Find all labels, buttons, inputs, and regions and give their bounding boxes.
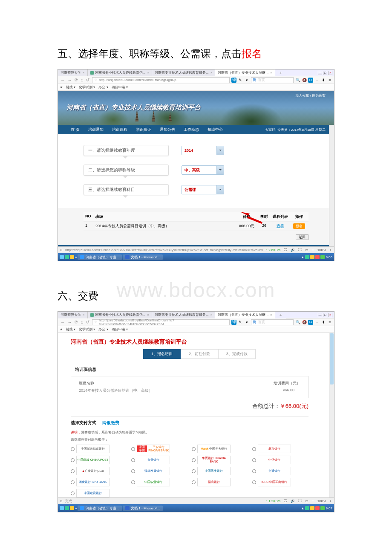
status-pin-icon[interactable]: ⊕ <box>60 248 63 252</box>
bookmark-item[interactable]: 化学试剂 ▾ <box>79 85 95 90</box>
pay-tab[interactable]: 网银缴费 <box>102 420 119 426</box>
browser-tab[interactable]: 河南省专业技术人员继续教育信...× <box>88 69 152 76</box>
nav-item[interactable]: 帮助中心 <box>203 127 227 133</box>
taskbar-pin-icon[interactable] <box>70 506 74 510</box>
maximize-icon[interactable]: □ <box>323 71 327 75</box>
bank-radio[interactable] <box>192 469 196 473</box>
bank-radio[interactable] <box>252 447 256 451</box>
mute-icon[interactable]: 🔇 <box>302 320 307 325</box>
reload-icon[interactable]: ⟳ <box>75 320 78 324</box>
bank-option[interactable]: ▲ 广发银行|CGB <box>71 467 127 475</box>
bank-option[interactable]: 招商银行 <box>192 478 248 486</box>
tray-icon[interactable] <box>315 506 320 510</box>
zoom-in-icon[interactable]: + <box>329 248 332 252</box>
fullscreen-icon[interactable]: ⛶ <box>297 499 303 503</box>
bookmark-item[interactable]: 项目申请 ▾ <box>112 85 128 90</box>
step-3[interactable]: 3、完成付款 <box>218 349 256 359</box>
bank-radio[interactable] <box>131 469 135 473</box>
bookmark-item[interactable]: 链接 ▾ <box>66 327 75 332</box>
close-window-icon[interactable]: × <box>328 71 332 75</box>
tray-icon[interactable] <box>315 255 320 259</box>
download-icon[interactable]: ⬇ <box>321 78 326 83</box>
sound-icon[interactable]: 🔊 <box>290 499 296 503</box>
step-2[interactable]: 2、前往付款 <box>181 349 218 359</box>
bank-option[interactable]: 中国民生银行 <box>192 467 248 475</box>
bank-radio[interactable] <box>252 458 256 462</box>
menu-icon[interactable]: ≡ <box>327 78 332 83</box>
bookmark-star-icon[interactable]: ★ <box>60 327 63 331</box>
taskbar-pin-icon[interactable] <box>65 255 69 259</box>
start-icon[interactable] <box>60 506 64 510</box>
nav-item[interactable]: 首 页 <box>66 127 84 133</box>
close-icon[interactable]: × <box>210 313 213 317</box>
bank-radio[interactable] <box>192 447 196 451</box>
bank-radio[interactable] <box>252 480 256 484</box>
bank-radio[interactable] <box>71 491 75 495</box>
taskbar-pin-icon[interactable] <box>70 255 74 259</box>
translate-icon[interactable]: 译 <box>231 78 236 83</box>
reload-icon[interactable]: ⟳ <box>75 78 78 82</box>
home-icon[interactable]: ⌂ <box>81 320 84 324</box>
bank-option[interactable]: 中信银行 <box>252 456 308 464</box>
zoom-out-icon[interactable]: − <box>311 248 315 252</box>
browser-tab-active[interactable]: 河南省（省直）专业技术人员继...× <box>215 69 275 76</box>
search-input[interactable]: 簡·百度 <box>251 319 294 325</box>
tray-icon[interactable] <box>305 506 309 510</box>
restore-icon[interactable]: ↺ <box>86 78 89 82</box>
dropdown-icon[interactable]: ▾ <box>244 320 249 325</box>
bank-radio[interactable] <box>192 458 196 462</box>
bookmark-item[interactable]: 化学试剂 ▾ <box>79 327 95 332</box>
fullscreen-icon[interactable]: ⛶ <box>297 248 303 252</box>
edit-icon[interactable]: ✎ <box>238 78 243 83</box>
step-1[interactable]: 1、报名培训 <box>143 349 181 359</box>
maximize-icon[interactable]: □ <box>323 313 327 317</box>
tray-icon[interactable] <box>320 255 325 259</box>
close-icon[interactable]: × <box>270 71 272 75</box>
status-pin-icon[interactable]: ⊕ <box>60 499 63 503</box>
screenshot-icon[interactable]: ✂ <box>308 78 313 83</box>
year-select[interactable]: 2014 <box>182 146 224 155</box>
nav-item[interactable]: 学识验证 <box>132 127 156 133</box>
tray-icon[interactable] <box>310 255 314 259</box>
edit-icon[interactable]: ✎ <box>238 320 243 325</box>
download-icon[interactable]: ⬇ <box>321 320 326 325</box>
bank-option[interactable]: 中国平安平安银行 PINGAN BANK <box>131 445 187 453</box>
search-icon[interactable]: 🔍 <box>295 78 300 83</box>
zoom-in-icon[interactable]: + <box>329 499 332 503</box>
bank-radio[interactable] <box>192 480 196 484</box>
menu-icon[interactable]: ≡ <box>327 320 332 325</box>
taskbar-item[interactable]: 文档 1 - Microsoft... <box>123 254 163 260</box>
bookmark-item[interactable]: 办公 ▾ <box>98 327 108 332</box>
bookmark-star-icon[interactable]: ★ <box>60 85 63 89</box>
nav-item[interactable]: 工作动态 <box>179 127 203 133</box>
search-icon[interactable]: 🔍 <box>295 320 300 325</box>
close-icon[interactable]: × <box>147 313 149 317</box>
close-icon[interactable]: × <box>83 313 85 317</box>
browser-tab[interactable]: 河南省专业技术人员继续教育服务...× <box>152 312 215 318</box>
minimize-icon[interactable]: — <box>318 71 322 75</box>
search-input[interactable]: 簡·百度 <box>251 77 294 83</box>
bookmark-item[interactable]: 办公 ▾ <box>98 85 108 90</box>
banner-links[interactable]: 加入收藏 / 设为首页 <box>295 93 326 98</box>
mute-icon[interactable]: 🔇 <box>302 78 307 83</box>
bank-option[interactable]: 中国建设银行 <box>71 489 127 497</box>
back-button[interactable]: 返回 <box>296 234 308 240</box>
tray-icon[interactable]: ▲ <box>301 255 305 259</box>
view-link[interactable]: 查看 <box>277 224 284 228</box>
new-tab-button[interactable]: + <box>275 312 286 318</box>
bank-option[interactable]: 交通银行 <box>252 467 308 475</box>
bank-radio[interactable] <box>71 469 75 473</box>
bank-radio[interactable] <box>131 480 135 484</box>
bank-radio[interactable] <box>252 469 256 473</box>
translate-icon[interactable]: 译 <box>231 320 236 325</box>
browser-tab-active[interactable]: 河南省（省直）专业技术人员继...× <box>215 312 275 318</box>
minimize-icon[interactable]: — <box>318 313 322 317</box>
browser-tab[interactable]: 河南师范大学× <box>58 312 88 318</box>
subject-select[interactable]: 公需课 <box>182 185 224 194</box>
bank-option[interactable]: 深圳发展银行 <box>131 467 187 475</box>
compat-icon[interactable]: 🖵 <box>283 499 288 503</box>
bank-option[interactable]: 中国邮政储蓄银行 <box>71 445 127 453</box>
close-window-icon[interactable]: × <box>328 313 332 317</box>
new-tab-button[interactable]: + <box>275 69 286 76</box>
taskbar-item[interactable]: 河南省（省直）专业... <box>78 254 122 260</box>
